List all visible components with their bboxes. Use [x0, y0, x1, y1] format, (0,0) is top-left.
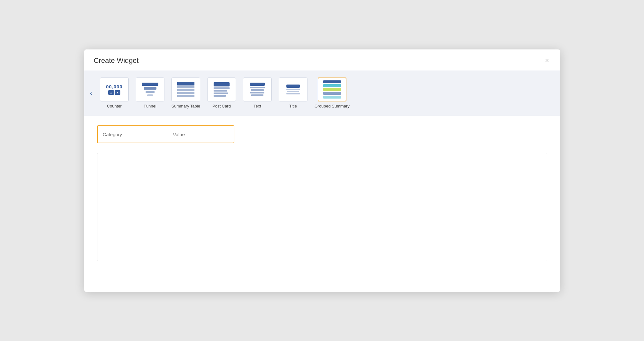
widget-item-summary-table[interactable]: Summary Table: [170, 76, 202, 110]
value-input[interactable]: [169, 126, 234, 143]
widget-item-title[interactable]: Title: [277, 76, 309, 110]
counter-icon: 00,000 ▲ ▼: [106, 84, 123, 95]
widget-item-text[interactable]: Text: [241, 76, 274, 110]
widget-icon-funnel: [136, 78, 164, 101]
funnel-icon: [142, 83, 158, 96]
create-widget-modal: Create Widget × ‹ 00,000 ▲ ▼ Counter: [84, 49, 560, 292]
widget-icon-grouped-summary: [318, 78, 346, 101]
config-area: Σ ▾: [84, 116, 560, 150]
widget-icon-text: [243, 78, 272, 101]
category-input[interactable]: [98, 126, 169, 143]
widget-label-grouped-summary: Grouped Summary: [314, 104, 350, 109]
widget-item-counter[interactable]: 00,000 ▲ ▼ Counter: [98, 76, 131, 110]
grouped-summary-icon: [323, 80, 341, 99]
text-icon: [250, 83, 265, 96]
postcard-icon: [212, 80, 231, 99]
field-row: Σ ▾: [97, 125, 234, 143]
widget-label-counter: Counter: [107, 104, 122, 109]
summary-table-icon: [177, 82, 194, 97]
widget-icon-post-card: [207, 78, 236, 101]
widget-icon-summary-table: [171, 78, 200, 101]
widget-label-funnel: Funnel: [144, 104, 156, 109]
preview-area: [97, 153, 547, 261]
widget-item-post-card[interactable]: Post Card: [205, 76, 238, 110]
nav-back-button[interactable]: ‹: [84, 90, 98, 97]
widget-label-title: Title: [289, 104, 297, 109]
modal-header: Create Widget ×: [84, 49, 560, 70]
widget-icon-title: [279, 78, 307, 101]
widget-label-summary-table: Summary Table: [171, 104, 200, 109]
modal-title: Create Widget: [94, 56, 139, 65]
widget-selector-bar: ‹ 00,000 ▲ ▼ Counter: [84, 70, 560, 116]
widget-label-post-card: Post Card: [212, 104, 231, 109]
widget-label-text: Text: [254, 104, 261, 109]
widget-icon-counter: 00,000 ▲ ▼: [100, 78, 129, 101]
widget-item-grouped-summary[interactable]: Grouped Summary: [313, 76, 352, 110]
widget-item-funnel[interactable]: Funnel: [134, 76, 166, 110]
close-button[interactable]: ×: [544, 57, 550, 64]
title-icon: [286, 85, 300, 94]
widget-list: 00,000 ▲ ▼ Counter: [98, 76, 560, 110]
